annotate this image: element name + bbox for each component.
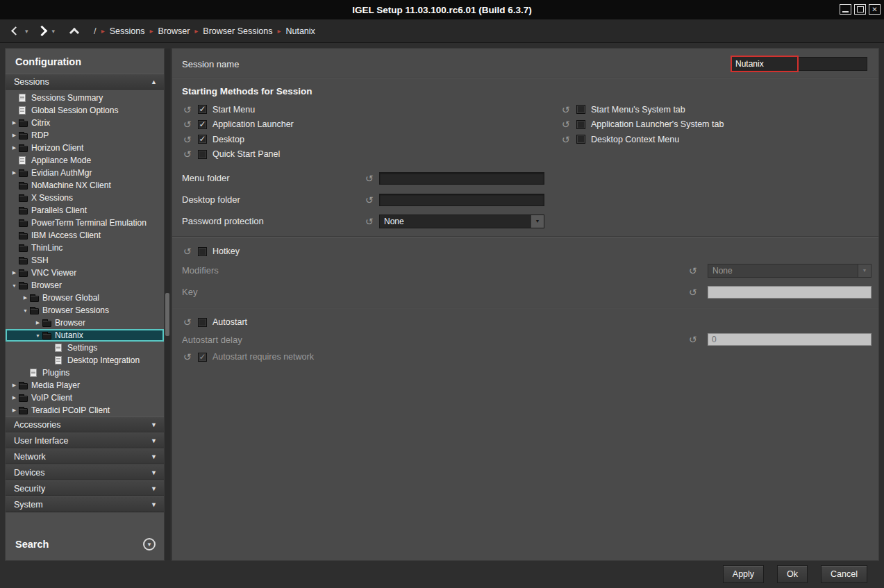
desktop-context-menu-checkbox[interactable]: [576, 135, 585, 144]
expand-arrow-icon[interactable]: [10, 133, 19, 138]
collapse-arrow-icon[interactable]: [10, 283, 19, 288]
reset-icon[interactable]: [364, 217, 374, 226]
up-button[interactable]: [67, 23, 81, 40]
tree-item-browser-sub[interactable]: Browser: [6, 317, 164, 329]
tree-item-label: Evidian AuthMgr: [30, 168, 92, 178]
section-label: System: [14, 500, 151, 510]
tree-item-global-session-options[interactable]: Global Session Options: [6, 104, 164, 117]
menu-folder-input[interactable]: [379, 172, 544, 185]
collapse-arrow-icon[interactable]: [21, 308, 30, 313]
tree-item-horizon-client[interactable]: Horizon Client: [6, 142, 164, 154]
tree-item-desktop-integration[interactable]: Desktop Integration: [6, 354, 164, 367]
reset-icon[interactable]: [560, 135, 571, 144]
tree-item-nutanix-selected[interactable]: Nutanix: [6, 329, 164, 342]
session-name-input[interactable]: Nutanix: [731, 57, 867, 71]
reset-icon[interactable]: [560, 105, 571, 115]
expand-arrow-icon[interactable]: [10, 395, 19, 401]
expand-arrow-icon[interactable]: [10, 383, 19, 388]
tree-item-evidian-authmgr[interactable]: Evidian AuthMgr: [6, 167, 164, 179]
sidebar-section-security[interactable]: Security: [6, 480, 164, 496]
minimize-icon[interactable]: [840, 4, 851, 15]
reset-icon[interactable]: [687, 287, 698, 297]
forward-button[interactable]: [35, 23, 49, 40]
tree-item-sessions-summary[interactable]: Sessions Summary: [6, 92, 164, 104]
forward-history-caret-icon[interactable]: [52, 28, 56, 35]
reset-icon[interactable]: [182, 317, 192, 327]
reset-icon[interactable]: [364, 174, 374, 183]
application-launcher-checkbox[interactable]: [198, 120, 207, 129]
expand-arrow-icon[interactable]: [10, 120, 19, 126]
back-history-caret-icon[interactable]: [25, 28, 28, 35]
tree-item-thinlinc[interactable]: ThinLinc: [6, 242, 164, 254]
sidebar-section-devices[interactable]: Devices: [6, 464, 164, 480]
tree-item-appliance-mode[interactable]: Appliance Mode: [6, 154, 164, 167]
tree-item-teradici-pcoip-client[interactable]: Teradici PCoIP Client: [6, 404, 164, 417]
reset-icon[interactable]: [182, 119, 192, 129]
sidebar-section-accessories[interactable]: Accessories: [6, 417, 164, 432]
desktop-folder-input[interactable]: [379, 194, 544, 206]
expand-arrow-icon[interactable]: [33, 320, 42, 326]
reset-icon[interactable]: [687, 335, 698, 344]
tree-item-plugins[interactable]: Plugins: [6, 367, 164, 379]
tree-item-browser-global[interactable]: Browser Global: [6, 292, 164, 304]
reset-icon[interactable]: [182, 105, 192, 115]
sidebar-section-user-interface[interactable]: User Interface: [6, 432, 164, 448]
tree-item-browser[interactable]: Browser: [6, 279, 164, 292]
start-menu-checkbox[interactable]: [198, 105, 207, 114]
password-protection-dropdown[interactable]: None: [379, 215, 544, 228]
close-icon[interactable]: [869, 4, 881, 15]
maximize-icon[interactable]: [854, 4, 866, 15]
breadcrumb-item-nutanix[interactable]: Nutanix: [285, 26, 315, 36]
expand-arrow-icon[interactable]: [21, 295, 30, 301]
breadcrumb-item-sessions[interactable]: Sessions: [110, 26, 145, 36]
collapse-arrow-icon[interactable]: [33, 333, 42, 338]
expand-arrow-icon[interactable]: [10, 408, 19, 413]
reset-icon[interactable]: [182, 149, 192, 159]
folder-icon: [19, 119, 30, 127]
tree-item-rdp[interactable]: RDP: [6, 129, 164, 142]
tree-item-ssh[interactable]: SSH: [6, 254, 164, 267]
reset-icon[interactable]: [364, 195, 374, 205]
scrollbar-thumb[interactable]: [165, 293, 169, 336]
reset-icon[interactable]: [182, 135, 192, 144]
tree-item-powerterm[interactable]: PowerTerm Terminal Emulation: [6, 217, 164, 229]
tree-item-nomachine-nx-client[interactable]: NoMachine NX Client: [6, 179, 164, 192]
session-name-highlight[interactable]: Nutanix: [731, 56, 799, 72]
expand-arrow-icon[interactable]: [10, 270, 19, 276]
tree-item-settings[interactable]: Settings: [6, 342, 164, 354]
sidebar-section-system[interactable]: System: [6, 496, 164, 512]
tree-item-media-player[interactable]: Media Player: [6, 379, 164, 392]
autostart-checkbox[interactable]: [198, 318, 207, 327]
hotkey-checkbox[interactable]: [198, 247, 207, 256]
desktop-context-menu-row: Desktop Context Menu: [560, 132, 878, 147]
reset-icon[interactable]: [182, 246, 192, 256]
apply-button[interactable]: Apply: [723, 565, 764, 583]
sidebar-section-network[interactable]: Network: [6, 448, 164, 464]
search-expand-button[interactable]: [143, 538, 156, 551]
cancel-button[interactable]: Cancel: [821, 565, 867, 583]
tree-item-browser-sessions[interactable]: Browser Sessions: [6, 304, 164, 317]
tree-item-x-sessions[interactable]: X Sessions: [6, 192, 164, 204]
back-button[interactable]: [8, 23, 22, 40]
starting-methods-heading: Starting Methods for Session: [172, 79, 878, 102]
expand-arrow-icon[interactable]: [10, 170, 19, 176]
tree-item-parallels-client[interactable]: Parallels Client: [6, 204, 164, 217]
sidebar-section-sessions[interactable]: Sessions: [6, 74, 164, 90]
desktop-checkbox[interactable]: [198, 135, 207, 144]
reset-icon[interactable]: [560, 119, 571, 129]
tree-item-ibm-iaccess-client[interactable]: IBM iAccess Client: [6, 229, 164, 242]
breadcrumb-root[interactable]: /: [94, 26, 97, 36]
ok-button[interactable]: Ok: [777, 565, 808, 583]
tree-item-voip-client[interactable]: VoIP Client: [6, 392, 164, 404]
expand-arrow-icon[interactable]: [10, 145, 19, 151]
application-launcher-system-tab-checkbox[interactable]: [576, 120, 585, 129]
reset-icon[interactable]: [687, 266, 698, 276]
reset-icon[interactable]: [182, 352, 192, 362]
tree-item-vnc-viewer[interactable]: VNC Viewer: [6, 267, 164, 279]
tree-item-citrix[interactable]: Citrix: [6, 117, 164, 129]
start-menu-system-tab-checkbox[interactable]: [576, 105, 585, 114]
quick-start-panel-checkbox[interactable]: [198, 150, 207, 159]
sidebar-scrollbar[interactable]: [165, 49, 170, 560]
breadcrumb-item-browser[interactable]: Browser: [158, 26, 190, 36]
breadcrumb-item-browser-sessions[interactable]: Browser Sessions: [203, 26, 272, 36]
